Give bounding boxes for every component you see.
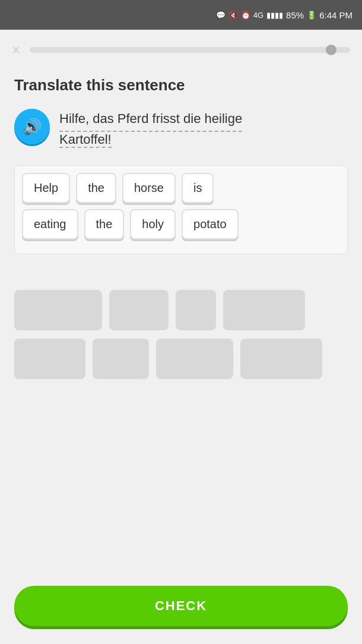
time-display: 6:44 PM <box>319 10 353 20</box>
progress-fill <box>30 47 334 53</box>
alarm-icon: ⏰ <box>241 11 250 20</box>
speaker-icon: 🔊 <box>23 118 42 136</box>
word-bank-row-2 <box>14 339 348 379</box>
bank-tile-8[interactable] <box>240 339 322 379</box>
tile-holy[interactable]: holy <box>130 209 176 239</box>
progress-bar <box>30 47 350 53</box>
main-content: Translate this sentence 🔊 Hilfe, das Pfe… <box>0 64 362 284</box>
audio-button[interactable]: 🔊 <box>14 109 50 144</box>
tile-potato[interactable]: potato <box>182 209 239 239</box>
progress-area: × <box>0 30 362 64</box>
bank-tile-5[interactable] <box>14 339 85 379</box>
status-bar: 💬 🔇 ⏰ 4G ▮▮▮▮ 85% 🔋 6:44 PM <box>0 0 362 30</box>
german-sentence-line2: Kartoffel! <box>59 132 112 148</box>
bank-tile-2[interactable] <box>109 290 169 330</box>
selected-words-area: Help the horse is eating the holy potato <box>14 165 348 254</box>
bank-tile-1[interactable] <box>14 290 102 330</box>
tile-the-2[interactable]: the <box>84 209 125 239</box>
word-bank <box>0 284 362 393</box>
mute-icon: 🔇 <box>228 11 238 20</box>
sentence-text-block: Hilfe, das Pferd frisst die heilige Kart… <box>59 109 242 147</box>
bank-tile-6[interactable] <box>93 339 149 379</box>
check-button-area: CHECK <box>14 586 348 626</box>
german-sentence-line1: Hilfe, das Pferd frisst die heilige <box>59 109 242 132</box>
word-bank-row-1 <box>14 290 348 330</box>
selected-row-2: eating the holy potato <box>22 209 340 239</box>
battery-percent: 85% <box>286 10 304 20</box>
section-title: Translate this sentence <box>14 76 348 94</box>
bank-tile-7[interactable] <box>156 339 233 379</box>
check-button[interactable]: CHECK <box>14 586 348 626</box>
signal-icon: ▮▮▮▮ <box>266 11 283 20</box>
tile-is[interactable]: is <box>182 173 214 203</box>
tile-eating[interactable]: eating <box>22 209 78 239</box>
network-icon: 4G <box>253 11 263 20</box>
bank-tile-3[interactable] <box>176 290 216 330</box>
bank-tile-4[interactable] <box>223 290 305 330</box>
battery-icon: 🔋 <box>307 11 316 20</box>
close-button[interactable]: × <box>12 42 20 58</box>
sentence-area: 🔊 Hilfe, das Pferd frisst die heilige Ka… <box>14 109 348 147</box>
progress-dot <box>326 45 336 55</box>
tile-the-1[interactable]: the <box>76 173 116 203</box>
status-icons: 💬 🔇 ⏰ 4G ▮▮▮▮ 85% 🔋 6:44 PM <box>216 10 353 20</box>
tile-help[interactable]: Help <box>22 173 70 203</box>
message-icon: 💬 <box>216 11 226 20</box>
selected-row-1: Help the horse is <box>22 173 340 203</box>
tile-horse[interactable]: horse <box>122 173 176 203</box>
